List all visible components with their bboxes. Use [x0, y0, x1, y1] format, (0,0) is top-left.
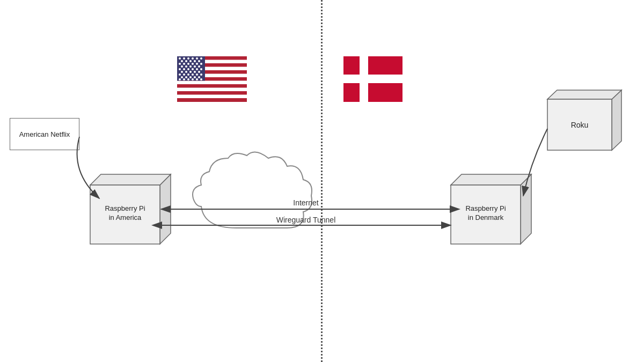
svg-rect-11 [177, 95, 247, 99]
svg-point-55 [189, 76, 192, 78]
svg-point-44 [189, 71, 192, 73]
svg-rect-12 [177, 98, 247, 102]
svg-marker-73 [521, 174, 531, 244]
svg-point-33 [189, 65, 192, 68]
svg-point-48 [183, 73, 185, 76]
svg-text:Wireguard Tunnel: Wireguard Tunnel [276, 216, 336, 224]
netflix-box: American Netflix [10, 118, 79, 150]
svg-point-57 [198, 76, 200, 78]
svg-point-18 [196, 57, 198, 60]
svg-text:Internet: Internet [293, 198, 319, 207]
svg-point-61 [192, 78, 194, 80]
svg-marker-71 [90, 174, 171, 185]
svg-point-32 [185, 65, 187, 68]
svg-point-60 [187, 78, 189, 80]
svg-point-46 [198, 71, 200, 73]
svg-point-27 [187, 63, 189, 65]
svg-rect-8 [177, 84, 247, 88]
svg-marker-76 [612, 90, 621, 150]
svg-rect-9 [177, 88, 247, 92]
svg-point-59 [183, 78, 185, 80]
svg-point-30 [200, 63, 202, 65]
svg-point-52 [200, 73, 202, 76]
svg-point-25 [179, 63, 181, 65]
svg-text:Roku: Roku [571, 121, 589, 129]
svg-point-50 [192, 73, 194, 76]
svg-point-58 [179, 78, 181, 80]
svg-point-45 [194, 71, 196, 73]
us-flag [177, 56, 247, 102]
svg-point-17 [192, 57, 194, 60]
svg-rect-72 [90, 185, 160, 244]
svg-point-56 [194, 76, 196, 78]
svg-text:in Denmark: in Denmark [468, 213, 504, 221]
svg-point-31 [181, 65, 183, 68]
svg-point-62 [196, 78, 198, 80]
svg-rect-7 [177, 81, 247, 85]
svg-rect-10 [177, 91, 247, 95]
svg-point-22 [189, 60, 192, 62]
svg-rect-66 [343, 75, 402, 83]
svg-point-35 [198, 65, 200, 68]
svg-marker-77 [547, 90, 621, 99]
svg-point-37 [183, 68, 185, 70]
dk-flag [343, 56, 402, 102]
svg-point-29 [196, 63, 198, 65]
svg-point-39 [192, 68, 194, 70]
svg-point-14 [179, 57, 181, 60]
svg-point-51 [196, 73, 198, 76]
svg-point-49 [187, 73, 189, 76]
svg-point-24 [198, 60, 200, 62]
svg-text:Raspberry Pi: Raspberry Pi [105, 204, 145, 212]
svg-point-54 [185, 76, 187, 78]
svg-point-40 [196, 68, 198, 70]
svg-text:in America: in America [109, 213, 142, 221]
svg-rect-75 [451, 185, 521, 244]
svg-point-38 [187, 68, 189, 70]
svg-marker-74 [451, 174, 531, 185]
svg-point-26 [183, 63, 185, 65]
svg-text:Raspberry Pi: Raspberry Pi [465, 204, 506, 212]
svg-point-53 [181, 76, 183, 78]
divider-line [321, 0, 323, 362]
svg-rect-78 [547, 99, 612, 150]
svg-point-28 [192, 63, 194, 65]
svg-point-21 [185, 60, 187, 62]
svg-point-43 [185, 71, 187, 73]
svg-marker-70 [160, 174, 171, 244]
svg-point-20 [181, 60, 183, 62]
svg-point-63 [200, 78, 202, 80]
svg-point-34 [194, 65, 196, 68]
svg-point-23 [194, 60, 196, 62]
svg-point-36 [179, 68, 181, 70]
netflix-label: American Netflix [19, 130, 70, 138]
svg-point-19 [200, 57, 202, 60]
diagram: American Netflix [0, 0, 644, 362]
svg-point-47 [179, 73, 181, 76]
svg-point-16 [187, 57, 189, 60]
svg-point-15 [183, 57, 185, 60]
svg-point-42 [181, 71, 183, 73]
svg-point-41 [200, 68, 202, 70]
